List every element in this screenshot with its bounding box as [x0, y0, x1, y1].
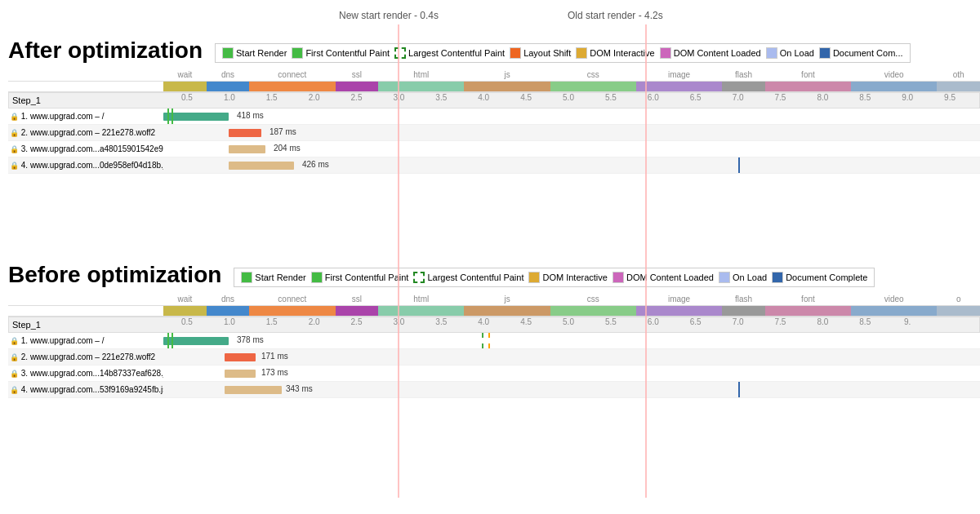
new-render-vline — [398, 24, 399, 498]
legend-doc-complete: Document Com... — [819, 47, 903, 59]
after-section-header: After optimization Start Render First Co… — [0, 33, 980, 69]
before-legend-start-render: Start Render — [241, 272, 305, 283]
after-section: After optimization Start Render First Co… — [0, 33, 980, 174]
after-col-headers: wait dns connect ssl html js css image f… — [8, 69, 980, 82]
before-step-header: Step_1 0.5 1.0 1.5 2.0 2.5 3.0 3.5 4.0 4… — [8, 317, 980, 333]
legend-fcp: First Contentful Paint — [292, 47, 390, 59]
after-row-4: 🔒 4. www.upgrad.com...0de958ef04d18b.js … — [8, 157, 980, 174]
old-render-label: Old start render - 4.2s — [568, 10, 663, 21]
before-section: Before optimization Start Render First C… — [0, 257, 980, 398]
after-step-header: Step_1 0.5 1.0 1.5 2.0 2.5 3.0 3.5 4.0 4… — [8, 92, 980, 109]
before-waterfall: Step_1 0.5 1.0 1.5 2.0 2.5 3.0 3.5 4.0 4… — [8, 317, 980, 398]
legend-on-load: On Load — [766, 47, 814, 59]
before-row-2: 🔒 2. www.upgrad.com – 221e278.woff2 171 … — [8, 349, 980, 366]
after-row-2: 🔒 2. www.upgrad.com – 221e278.woff2 187 … — [8, 125, 980, 141]
legend-dom-interactive: DOM Interactive — [576, 47, 654, 59]
before-legend-onload: On Load — [719, 272, 767, 283]
before-legend-doc-complete: Document Complete — [772, 272, 867, 283]
after-row-1-name: 🔒 1. www.upgrad.com – / — [8, 112, 163, 121]
after-title: After optimization — [8, 37, 203, 64]
before-legend: Start Render First Contentful Paint Larg… — [234, 268, 875, 287]
after-legend: Start Render First Contentful Paint Larg… — [215, 43, 911, 63]
before-legend-dcl: DOM Content Loaded — [612, 272, 714, 283]
before-row-4: 🔒 4. www.upgrad.com...53f9169a9245fb.js … — [8, 382, 980, 398]
after-color-band — [8, 82, 980, 92]
before-title: Before optimization — [8, 261, 221, 289]
legend-lcp: Largest Contentful Paint — [394, 47, 505, 59]
after-row-1: 🔒 1. www.upgrad.com – / 418 ms — [8, 109, 980, 125]
after-waterfall: Step_1 0.5 1.0 1.5 2.0 2.5 3.0 3.5 4.0 4… — [8, 92, 980, 174]
legend-start-render: Start Render — [222, 47, 287, 59]
legend-layout-shift: Layout Shift — [510, 47, 571, 59]
before-col-headers: wait dns connect ssl html js css image f… — [8, 293, 980, 306]
before-section-header: Before optimization Start Render First C… — [0, 257, 980, 293]
before-legend-lcp: Largest Contentful Paint — [413, 272, 523, 283]
before-legend-fcp: First Contentful Paint — [311, 272, 409, 283]
new-render-label: New start render - 0.4s — [339, 10, 439, 21]
before-color-band — [8, 306, 980, 317]
old-render-vline — [645, 24, 647, 498]
before-legend-dom-int: DOM Interactive — [528, 272, 607, 283]
before-row-1: 🔒 1. www.upgrad.com – / 378 ms — [8, 333, 980, 349]
before-row-3: 🔒 3. www.upgrad.com...14b87337eaf628.js … — [8, 366, 980, 382]
legend-dom-content-loaded: DOM Content Loaded — [660, 47, 761, 59]
after-row-3: 🔒 3. www.upgrad.com...a48015901542e9.js … — [8, 141, 980, 157]
